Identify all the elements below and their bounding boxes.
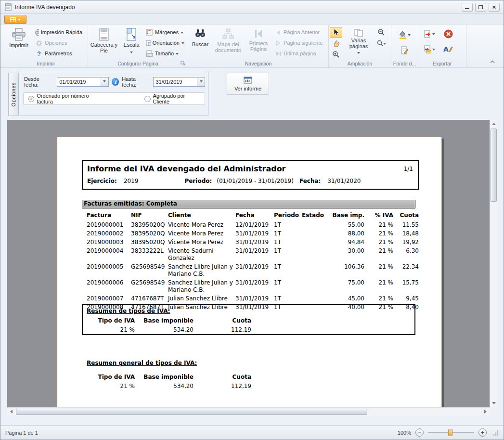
search-button[interactable]: Buscar [189,26,211,60]
margins-button[interactable]: Márgenes [144,27,186,38]
scroll-left-button[interactable] [7,408,15,415]
arrow-right-icon [484,410,489,414]
hand-icon [333,39,340,47]
multiple-pages-icon [354,28,363,37]
export-document-icon [424,30,431,38]
horizontal-scroll-thumb[interactable] [16,409,367,415]
hand-tool-button[interactable] [330,38,342,49]
print-options-button[interactable]: Opciones [33,38,84,48]
zoom-slider-thumb[interactable] [448,429,452,436]
group-label-configurar: Configurar Página [89,60,187,67]
zoom-out-button[interactable] [375,27,388,38]
scale-button[interactable]: Escala [120,26,143,60]
header-footer-label: Cabecera y Pie [89,42,119,53]
cell-estado [302,221,330,230]
pointer-tool-button[interactable] [330,27,342,38]
dialog-launcher-icon[interactable] [181,61,186,66]
watermark-button[interactable] [395,43,414,57]
orientation-button[interactable]: Orientación [144,38,186,48]
zoom-dropdown-button[interactable] [375,38,388,49]
application-menu-button[interactable] [4,15,26,24]
col-header-periodo: Periodo [274,212,302,221]
col-header-factura: Factura [87,212,131,221]
cell-cliente: Sanchez Llibre Julian y Mariano C.B. [168,263,235,279]
close-preview-button[interactable] [444,29,453,39]
cell-cuota: 11,55 [393,221,419,230]
options-side-tab[interactable]: Opciones [8,73,19,116]
report-icon [244,77,252,84]
scroll-right-button[interactable] [482,408,490,415]
resize-grip[interactable] [493,430,499,436]
appmenu-row [0,14,504,25]
last-page-label: Última página [284,51,316,56]
scroll-up-button[interactable] [490,120,498,128]
close-button[interactable]: × [489,3,500,12]
group-label-configurar-text: Configurar Página [117,61,158,66]
zoom-slider[interactable] [428,428,474,437]
radio-order-by-invoice[interactable]: Ordenado por número factura [28,93,102,104]
cell-fecha: 31/01/2019 [235,230,274,239]
from-date-dropdown-button[interactable] [101,78,108,86]
view-report-label: Ver informe [234,86,261,91]
font-color-button[interactable]: A [443,45,453,53]
paper-size-icon [146,50,153,57]
document-map-button[interactable]: Mapa del documento [212,26,244,60]
page-color-button[interactable] [395,28,414,41]
summary-col-base: Base imponible [135,317,194,326]
general-summary-title: Resumen general de tipos de IVA: [87,360,420,366]
quick-print-button[interactable]: Impresión Rápida [33,27,84,38]
general-col-tipo: Tipo de IVA [87,374,135,383]
size-button[interactable]: Tamaño [144,48,186,59]
export-document-button[interactable] [420,27,439,40]
watermark-icon [401,46,409,54]
previous-page-button[interactable]: Página Anterior [273,27,326,38]
cell-factura: 2019000005 [87,263,131,279]
cell-periodo: 1T [274,247,302,263]
parameters-button[interactable]: ? Parámetros [33,48,84,59]
maximize-button[interactable] [475,3,486,12]
zoom-decrease-button[interactable]: − [415,428,424,437]
scroll-down-button[interactable] [490,400,498,407]
next-page-button[interactable]: Página siguiente [273,38,326,48]
periodo-label: Periodo: [184,178,212,184]
vertical-scrollbar[interactable] [490,120,498,407]
size-dropdown-icon [176,53,179,56]
cell-cliente: Sanchez Llibre Julian y Mariano C.B. [168,279,235,295]
zoom-in-button[interactable] [330,49,342,60]
next-page-icon [275,40,282,46]
cell-periodo: 1T [274,279,302,295]
radio-button-checked[interactable] [28,96,34,102]
cell-cuota: 18,48 [393,230,419,239]
options-panel: Opciones Desde fecha: 01/01/2019 i Hasta… [0,68,504,120]
view-report-button[interactable]: Ver informe [227,73,269,95]
radio-button-unchecked[interactable] [144,96,150,102]
minimize-button[interactable] [462,3,473,12]
summary-col-cuota: Cuota [194,317,251,326]
to-date-dropdown-button[interactable] [197,78,205,86]
vertical-scroll-thumb[interactable] [491,129,497,202]
iva-summary-box: Resumen de tipos de IVA: Tipo de IVA Bas… [82,304,415,335]
from-date-dropdown-icon [103,80,106,84]
orientation-dropdown-icon [181,42,184,46]
arrow-up-icon [492,121,496,125]
export-send-button[interactable] [420,42,439,56]
to-date-combobox[interactable]: 31/01/2019 [153,77,205,87]
print-button[interactable]: Imprimir [5,26,32,60]
radio-group-by-client[interactable]: Agrupado por Cliente [144,93,200,104]
from-date-combobox[interactable]: 01/01/2019 [57,77,109,87]
zoom-increase-button[interactable]: + [478,428,487,437]
first-page-button[interactable]: Primera Página [245,26,272,60]
summary-base-value: 534,20 [135,326,194,334]
invoices-table: Factura NIF Cliente Fecha Periodo Estado… [87,212,419,312]
ribbon-group-exportar: A Exportar [418,25,466,67]
collapse-ribbon-button[interactable] [488,58,497,65]
horizontal-scrollbar[interactable] [7,407,490,415]
export-send-dropdown-icon [432,49,435,52]
iva-summary-title: Resumen de tipos de IVA: [87,308,414,314]
cell-nif: 38395020Q [131,239,168,247]
cell-factura: 2019000007 [87,295,131,304]
last-page-button[interactable]: Última página [273,48,326,59]
header-footer-button[interactable]: Cabecera y Pie [89,26,119,60]
multiple-pages-button[interactable]: Varias páginas [343,27,375,60]
info-icon: i [112,78,119,86]
